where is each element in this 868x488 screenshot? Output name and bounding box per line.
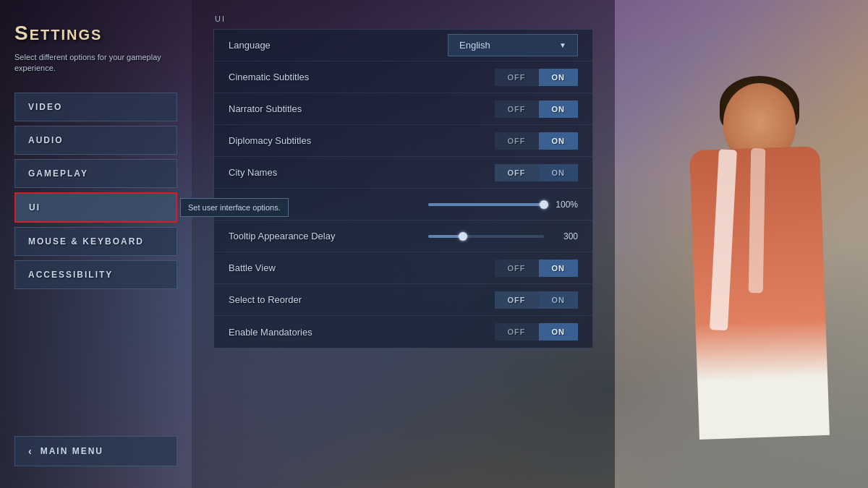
setting-label-diplomacy_subtitles: Diplomacy Subtitles — [229, 135, 495, 146]
slider-fill-interface_size — [428, 203, 544, 206]
setting-label-tooltip_delay: Tooltip Appearance Delay — [229, 231, 428, 241]
sidebar-item-ui[interactable]: UI — [14, 192, 177, 223]
setting-row-battle_view: Battle ViewOFFON — [214, 252, 592, 284]
toggle-group-diplomacy_subtitles: OFFON — [495, 132, 579, 150]
setting-control-diplomacy_subtitles: OFFON — [495, 132, 579, 150]
setting-control-language: English▼ — [448, 34, 578, 56]
settings-main: UI LanguageEnglish▼Cinematic SubtitlesOF… — [192, 0, 615, 488]
toggle-on-select_reorder[interactable]: ON — [539, 291, 579, 309]
toggle-group-enable_mandatories: OFFON — [495, 323, 579, 341]
slider-track-tooltip_delay[interactable] — [428, 235, 544, 238]
toggle-off-narrator_subtitles[interactable]: OFF — [495, 100, 539, 118]
toggle-off-enable_mandatories[interactable]: OFF — [495, 323, 539, 341]
language-dropdown[interactable]: English▼ — [448, 34, 578, 56]
setting-row-narrator_subtitles: Narrator SubtitlesOFFON — [214, 93, 592, 125]
slider-value-tooltip_delay: 300 — [553, 231, 578, 241]
setting-row-cinematic_subtitles: Cinematic SubtitlesOFFON — [214, 61, 592, 93]
toggle-off-diplomacy_subtitles[interactable]: OFF — [495, 132, 539, 150]
sidebar-item-audio[interactable]: AUDIO — [14, 126, 177, 155]
char-body — [689, 146, 830, 440]
setting-label-language: Language — [229, 40, 448, 51]
slider-track-interface_size[interactable] — [428, 203, 544, 206]
toggle-off-cinematic_subtitles[interactable]: OFF — [495, 69, 539, 86]
toggle-group-battle_view: OFFON — [495, 260, 579, 277]
setting-label-battle_view: Battle View — [229, 262, 495, 273]
sidebar-item-mouse_keyboard[interactable]: MOUSE & KEYBOARD — [14, 227, 177, 256]
setting-row-tooltip_delay: Tooltip Appearance Delay300 — [214, 221, 592, 252]
setting-row-enable_mandatories: Enable MandatoriesOFFON — [214, 316, 592, 348]
nav-buttons: VIDEOAUDIOGAMEPLAYUISet user interface o… — [14, 93, 177, 294]
setting-label-select_reorder: Select to Reorder — [229, 294, 495, 305]
dropdown-arrow-icon: ▼ — [559, 41, 566, 49]
section-label: UI — [213, 14, 593, 23]
toggle-off-battle_view[interactable]: OFF — [495, 260, 539, 277]
toggle-on-cinematic_subtitles[interactable]: ON — [539, 69, 579, 86]
setting-control-tooltip_delay: 300 — [428, 231, 578, 241]
setting-label-city_names: City Names — [229, 167, 495, 178]
toggle-on-enable_mandatories[interactable]: ON — [539, 323, 579, 341]
slider-value-interface_size: 100% — [553, 200, 578, 210]
language-value: English — [459, 40, 490, 51]
toggle-on-diplomacy_subtitles[interactable]: ON — [539, 132, 579, 150]
sidebar: Settings Select different options for yo… — [0, 0, 192, 488]
toggle-off-select_reorder[interactable]: OFF — [495, 291, 539, 309]
setting-row-diplomacy_subtitles: Diplomacy SubtitlesOFFON — [214, 125, 592, 157]
setting-row-city_names: City NamesOFFON — [214, 157, 592, 189]
setting-label-narrator_subtitles: Narrator Subtitles — [229, 103, 495, 114]
setting-control-select_reorder: OFFON — [495, 291, 579, 309]
toggle-group-cinematic_subtitles: OFFON — [495, 69, 579, 86]
toggle-on-battle_view[interactable]: ON — [539, 260, 579, 277]
toggle-on-narrator_subtitles[interactable]: ON — [539, 100, 579, 118]
toggle-group-select_reorder: OFFON — [495, 291, 579, 309]
setting-control-narrator_subtitles: OFFON — [495, 100, 579, 118]
setting-control-city_names: OFFON — [495, 164, 579, 181]
toggle-group-city_names: OFFON — [495, 164, 579, 181]
setting-control-enable_mandatories: OFFON — [495, 323, 579, 341]
slider-fill-tooltip_delay — [428, 235, 463, 238]
ui-tooltip: Set user interface options. — [180, 198, 289, 217]
settings-panel: LanguageEnglish▼Cinematic SubtitlesOFFON… — [213, 29, 593, 348]
setting-control-battle_view: OFFON — [495, 260, 579, 277]
setting-control-interface_size: 100% — [428, 200, 578, 210]
page-title: Settings — [14, 22, 177, 45]
sidebar-item-accessibility[interactable]: ACCESSIBILITY — [14, 260, 177, 289]
page-subtitle: Select different options for your gamepl… — [14, 52, 177, 74]
character-art — [637, 69, 854, 488]
setting-label-cinematic_subtitles: Cinematic Subtitles — [229, 72, 495, 82]
slider-thumb-interface_size[interactable] — [540, 200, 548, 209]
toggle-on-city_names[interactable]: ON — [539, 164, 579, 181]
toggle-off-city_names[interactable]: OFF — [495, 164, 539, 181]
chevron-left-icon: ‹ — [28, 445, 33, 457]
setting-row-select_reorder: Select to ReorderOFFON — [214, 284, 592, 316]
slider-container-tooltip_delay: 300 — [428, 231, 578, 241]
main-menu-button[interactable]: ‹ MAIN MENU — [14, 436, 177, 466]
sidebar-item-video[interactable]: VIDEO — [14, 93, 177, 121]
toggle-group-narrator_subtitles: OFFON — [495, 100, 579, 118]
slider-container-interface_size: 100% — [428, 200, 578, 210]
setting-label-enable_mandatories: Enable Mandatories — [229, 327, 495, 338]
setting-row-language: LanguageEnglish▼ — [214, 30, 592, 61]
main-menu-label: MAIN MENU — [41, 446, 103, 456]
sidebar-item-gameplay[interactable]: GAMEPLAY — [14, 159, 177, 188]
character-panel — [615, 0, 868, 488]
setting-control-cinematic_subtitles: OFFON — [495, 69, 579, 86]
slider-thumb-tooltip_delay[interactable] — [459, 232, 467, 241]
